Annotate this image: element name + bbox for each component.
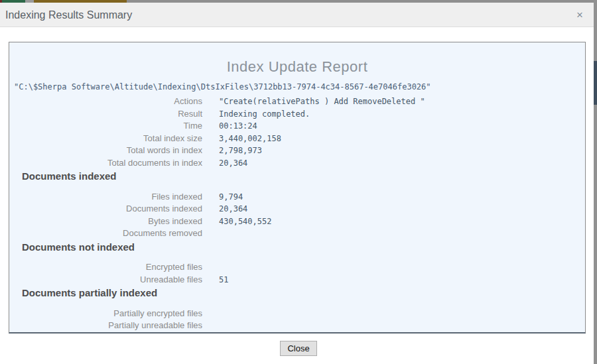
- row-encrypted-files: Encrypted files: [9, 261, 585, 274]
- row-label: Total words in index: [9, 145, 202, 157]
- dialog-window: Indexing Results Summary × Index Update …: [0, 0, 597, 364]
- row-total-documents-in-index: Total documents in index 20,364: [9, 157, 585, 170]
- row-label: Total index size: [9, 133, 202, 145]
- row-result: Result Indexing completed.: [9, 108, 585, 121]
- scrollbar[interactable]: [594, 0, 597, 364]
- row-label: Documents removed: [9, 227, 202, 240]
- row-label: Encrypted files: [9, 261, 202, 274]
- row-partially-encrypted-files: Partially encrypted files: [9, 308, 585, 320]
- section-header-documents-indexed: Documents indexed: [9, 170, 585, 183]
- row-label: Partially encrypted files: [9, 308, 202, 320]
- report-panel: Index Update Report "C:\$Sherpa Software…: [9, 42, 586, 334]
- row-label: Documents indexed: [9, 203, 202, 215]
- row-value: 430,540,552: [219, 215, 271, 228]
- row-actions: Actions "Create(relativePaths ) Add Remo…: [9, 95, 585, 108]
- row-value: "Create(relativePaths ) Add RemoveDelete…: [219, 95, 425, 108]
- row-value: 2,798,973: [219, 145, 262, 157]
- row-label: Actions: [9, 95, 202, 108]
- row-total-index-size: Total index size 3,440,002,158: [9, 133, 585, 145]
- row-value: 20,364: [219, 203, 247, 215]
- row-total-words-in-index: Total words in index 2,798,973: [9, 145, 585, 157]
- row-bytes-indexed: Bytes indexed 430,540,552: [9, 215, 585, 228]
- row-label: Time: [9, 120, 202, 133]
- row-value: 9,794: [219, 191, 243, 204]
- close-icon[interactable]: ×: [576, 3, 583, 27]
- row-value: 20,364: [219, 157, 247, 170]
- section-header-documents-not-indexed: Documents not indexed: [9, 241, 585, 254]
- row-label: Total documents in index: [9, 157, 202, 170]
- scrollbar-thumb[interactable]: [594, 61, 597, 105]
- row-label: Unreadable files: [9, 274, 202, 286]
- row-label: Files indexed: [9, 191, 202, 204]
- row-label: Bytes indexed: [9, 215, 202, 228]
- row-partially-unreadable-files: Partially unreadable files: [9, 320, 585, 332]
- row-documents-indexed: Documents indexed 20,364: [9, 203, 585, 215]
- row-time: Time 00:13:24: [9, 120, 585, 133]
- row-value: 51: [219, 274, 228, 286]
- row-label: Result: [9, 108, 202, 121]
- dialog-footer: Close: [0, 341, 597, 356]
- row-value: Indexing completed.: [219, 108, 310, 121]
- close-button[interactable]: Close: [280, 341, 316, 356]
- index-path: "C:\$Sherpa Software\Altitude\Indexing\D…: [9, 82, 585, 93]
- row-value: 00:13:24: [219, 120, 257, 133]
- dialog-title: Indexing Results Summary: [5, 3, 132, 27]
- row-unreadable-files: Unreadable files 51: [9, 274, 585, 286]
- section-header-documents-partially-indexed: Documents partially indexed: [9, 287, 585, 300]
- row-label: Partially unreadable files: [9, 320, 202, 332]
- row-documents-removed: Documents removed: [9, 227, 585, 240]
- report-rows: Actions "Create(relativePaths ) Add Remo…: [9, 95, 585, 332]
- row-value: 3,440,002,158: [219, 133, 281, 145]
- dialog-titlebar: Indexing Results Summary ×: [0, 3, 595, 27]
- report-title: Index Update Report: [9, 42, 585, 76]
- row-files-indexed: Files indexed 9,794: [9, 191, 585, 204]
